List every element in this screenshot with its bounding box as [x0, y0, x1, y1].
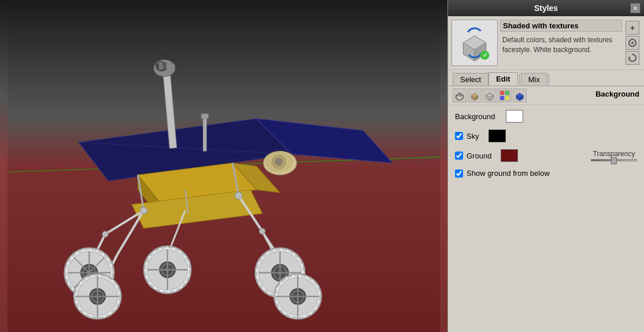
sky-checkbox-label[interactable]: Sky — [455, 132, 479, 141]
svg-marker-86 — [629, 56, 631, 58]
style-preview-area: ✓ Shaded with textures Default colors, s… — [448, 16, 644, 70]
transparency-group: Transparency — [591, 150, 637, 161]
svg-rect-98 — [505, 91, 509, 95]
tab-edit[interactable]: Edit — [488, 72, 518, 86]
svg-line-89 — [456, 95, 460, 96]
svg-rect-19 — [201, 114, 208, 119]
tabs-row: Select Edit Mix — [453, 72, 639, 86]
slider-thumb[interactable] — [611, 157, 617, 164]
xray-cube-button[interactable] — [483, 88, 497, 102]
color-check-button[interactable] — [498, 88, 512, 102]
ground-color-swatch[interactable] — [501, 149, 518, 162]
viewport-background — [0, 0, 447, 332]
transparency-slider[interactable] — [591, 159, 637, 161]
svg-point-73 — [140, 207, 147, 214]
styles-panel: Styles × ✓ Sha — [447, 0, 644, 332]
tab-separator — [519, 74, 520, 84]
transparency-label: Transparency — [593, 150, 635, 158]
svg-point-74 — [235, 192, 242, 199]
styles-titlebar: Styles × — [448, 0, 644, 16]
close-button[interactable]: × — [630, 3, 641, 13]
wireframe-cube-button[interactable] — [453, 88, 467, 102]
background-label: Background — [455, 112, 501, 121]
style-thumbnail[interactable]: ✓ — [451, 20, 498, 66]
style-side-buttons: + — [624, 20, 641, 66]
show-ground-checkbox[interactable] — [455, 169, 463, 178]
styles-title: Styles — [534, 3, 558, 13]
background-color-swatch[interactable] — [506, 110, 523, 123]
shaded-cube-button[interactable] — [468, 88, 482, 102]
svg-rect-97 — [500, 91, 504, 95]
ground-checkbox[interactable] — [455, 152, 463, 160]
blue-cube-icon — [515, 90, 525, 101]
tab-select[interactable]: Select — [453, 73, 488, 86]
color-check-icon — [499, 90, 510, 101]
show-ground-row: Show ground from below — [455, 169, 637, 178]
ground-row: Ground Transparency — [455, 149, 637, 162]
ground-label: Ground — [467, 152, 491, 160]
svg-line-90 — [460, 95, 463, 96]
xray-cube-icon — [484, 90, 495, 101]
svg-rect-17 — [166, 64, 175, 69]
show-ground-checkbox-label[interactable]: Show ground from below — [455, 169, 550, 178]
section-title: Background — [595, 88, 639, 102]
refresh-icon — [628, 53, 637, 62]
copy-icon — [628, 38, 637, 47]
sky-label: Sky — [467, 132, 479, 141]
svg-point-23 — [275, 158, 282, 165]
background-row: Background — [455, 110, 637, 123]
copy-style-button[interactable] — [626, 36, 639, 50]
style-toolbar: Background — [448, 86, 644, 105]
style-description: Default colors, shaded with textures fac… — [500, 34, 622, 56]
shaded-cube-icon — [469, 90, 480, 101]
ground-checkbox-label[interactable]: Ground — [455, 152, 491, 160]
svg-point-76 — [260, 228, 265, 234]
tab-separator-2 — [549, 74, 549, 84]
tab-mix[interactable]: Mix — [521, 73, 547, 86]
background-section: Background Sky Ground Transparency — [448, 105, 644, 182]
sky-checkbox[interactable] — [455, 132, 463, 140]
3d-viewport[interactable] — [0, 0, 447, 332]
svg-rect-99 — [500, 96, 504, 100]
sky-color-swatch[interactable] — [488, 130, 506, 142]
svg-point-85 — [631, 42, 634, 44]
refresh-style-button[interactable] — [626, 51, 639, 65]
svg-text:✓: ✓ — [483, 52, 487, 58]
svg-rect-16 — [158, 62, 164, 70]
svg-rect-18 — [203, 116, 206, 152]
svg-rect-100 — [505, 96, 509, 100]
style-info: Shaded with textures Default colors, sha… — [500, 20, 622, 66]
tabs-area: Select Edit Mix — [448, 70, 644, 86]
rover-scene — [0, 0, 447, 332]
add-style-button[interactable]: + — [626, 21, 639, 35]
sky-row: Sky — [455, 130, 637, 142]
svg-point-75 — [102, 231, 108, 237]
show-ground-label: Show ground from below — [467, 169, 550, 178]
wireframe-cube-icon — [454, 90, 465, 101]
style-name: Shaded with textures — [500, 20, 622, 32]
blue-cube-button[interactable] — [513, 88, 527, 102]
